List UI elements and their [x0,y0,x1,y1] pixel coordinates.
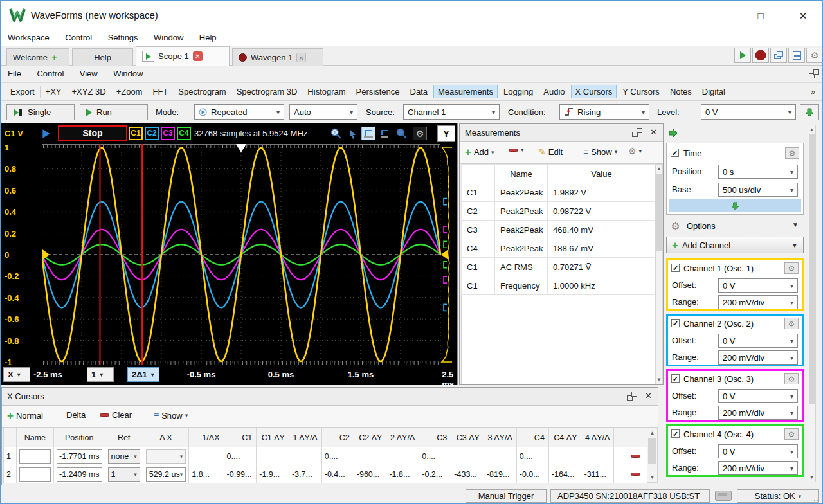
scroll-up-icon[interactable]: ▲ [808,127,815,132]
scroll-thumb[interactable] [656,174,662,251]
time-checkbox[interactable]: ✓ [671,148,679,157]
measurement-row[interactable]: C2Peak2Peak0.98722 V [462,202,656,221]
x-cursor-tool-button[interactable] [361,127,375,140]
cursor-2-position-input[interactable]: -1.2409 ms [57,467,102,482]
view-zoom[interactable]: +Zoom [112,85,147,98]
trigger-arrow-icon[interactable] [42,129,51,139]
channel-2-checkbox[interactable]: ✓ [671,319,680,327]
channel-3-checkbox[interactable]: ✓ [671,374,680,382]
view-histogram[interactable]: Histogram [303,85,350,98]
view-audio[interactable]: Audio [539,85,569,98]
view-measurements[interactable]: Measurements [433,85,498,98]
toolbar-overflow-chevron[interactable]: » [811,87,815,96]
scroll-up-icon[interactable]: ▲ [656,166,662,172]
menu-workspace[interactable]: Workspace [1,30,56,46]
cursor-2-button[interactable]: 2Δ1▼ [127,367,159,382]
device-icon[interactable] [715,491,732,501]
channel-4-options-button[interactable]: ⚙ [784,428,799,440]
view-notes[interactable]: Notes [665,85,696,98]
manual-trigger-button[interactable]: Manual Trigger [466,489,547,503]
minimize-button[interactable]: – [702,6,732,26]
view-data[interactable]: Data [406,85,432,98]
time-options-button[interactable]: ⚙ [785,147,799,159]
x-axis-button[interactable]: X▼ [3,367,30,382]
measurement-row[interactable]: C1Frequency1.0000 kHz [462,276,656,295]
channel-2-options-button[interactable]: ⚙ [784,318,799,329]
tab-scope-1[interactable]: Scope 1 ✕ [136,46,230,66]
cursor-2-dx-select[interactable]: 529.2 us▾ [146,467,186,482]
view-fft[interactable]: FFT [148,85,172,98]
time-apply-bar[interactable] [669,199,801,212]
channel-1-toggle[interactable]: C1 [129,127,143,140]
measurement-row[interactable]: C1AC RMS0.70271 Ṽ [462,258,656,276]
single-button[interactable]: Single [6,104,75,120]
channel-3-options-button[interactable]: ⚙ [784,373,799,384]
add-tab-icon[interactable]: + [51,53,57,62]
view-spectrogram[interactable]: Spectrogram [174,85,230,98]
view-xy[interactable]: +XY [41,85,66,98]
condition-select[interactable]: Rising▾ [559,104,649,120]
add-channel-button[interactable]: + Add Channel ▼ [666,237,804,253]
remove-measurement-button[interactable]: ▾ [509,147,524,153]
channel-1-range-select[interactable]: 200 mV/div▾ [718,295,798,309]
measurement-row[interactable]: C3Peak2Peak468.40 mV [462,221,656,239]
clear-cursors-button[interactable]: Clear [100,410,132,420]
close-button[interactable]: ✕ [788,6,818,26]
cursor-1-button[interactable]: 1▼ [87,367,114,382]
status-ok-button[interactable]: Status: OK ▾ [737,489,819,503]
show-cursors-button[interactable]: ≡ Show▾ [154,410,188,420]
plot-settings-button[interactable]: ⚙ [413,127,427,140]
scroll-down-icon[interactable]: ▼ [808,474,815,480]
scope-menu-control[interactable]: Control [30,66,70,82]
float-panel-icon[interactable] [632,128,642,137]
tile-windows-button[interactable] [788,48,805,63]
view-xyz3d[interactable]: +XYZ 3D [68,85,111,98]
view-x-cursors[interactable]: X Cursors [571,85,617,98]
add-normal-cursor-button[interactable]: + Normal [7,410,43,421]
cursor-1-ref-select[interactable]: none▾ [108,449,140,464]
run-button[interactable]: Run [80,104,148,120]
device-serial-box[interactable]: ADP3450 SN:210018AFF318 USB:ST [550,489,710,503]
measurement-options-button[interactable]: ⚙▾ [628,147,642,156]
float-window-icon[interactable] [809,69,819,78]
stop-all-button[interactable] [752,48,769,63]
run-all-button[interactable] [734,48,751,63]
y-axis-button[interactable]: Y [437,125,455,142]
pointer-tool-button[interactable] [346,127,360,140]
view-y-cursors[interactable]: Y Cursors [618,85,664,98]
float-panel-icon[interactable] [627,392,637,401]
menu-window[interactable]: Window [147,30,190,46]
remove-cursor-2-icon[interactable] [631,473,640,476]
sidebar-scrollbar[interactable]: ▲ ▼ [808,125,816,482]
scroll-down-icon[interactable]: ▼ [647,474,657,480]
scroll-down-icon[interactable]: ▼ [656,377,662,382]
channel-3-offset-select[interactable]: 0 V▾ [718,389,798,403]
channel-4-range-select[interactable]: 200 mV/div▾ [718,461,798,475]
apply-level-button[interactable] [800,104,819,120]
add-delta-cursor-button[interactable]: Delta [66,410,86,420]
view-export[interactable]: Export [6,85,39,98]
cursor-2-ref-select[interactable]: 1▾ [108,467,140,482]
trigger-mode-select[interactable]: Auto▾ [289,104,357,120]
stop-acquisition-button[interactable]: Stop [58,125,127,141]
add-measurement-button[interactable]: + Add▾ [465,147,494,158]
y-cursor-tool-button[interactable] [378,127,392,140]
close-wavegen-tab-icon[interactable]: ✕ [296,53,306,62]
options-row[interactable]: ⚙ Options ▼ [666,219,804,234]
scope-menu-window[interactable]: Window [107,66,149,82]
maximize-button[interactable]: □ [746,6,775,26]
tab-wavegen-1[interactable]: Wavegen 1 ✕ [232,48,323,66]
channel-2-offset-select[interactable]: 0 V▾ [718,334,798,348]
close-scope-tab-icon[interactable]: ✕ [193,51,203,61]
zoom-1x-button[interactable]: 1 [329,127,343,140]
channel-2-range-select[interactable]: 200 mV/div▾ [718,350,798,364]
cursor-1-position-input[interactable]: -1.7701 ms [57,449,102,464]
channel-1-offset-select[interactable]: 0 V▾ [718,278,798,292]
view-logging[interactable]: Logging [499,85,538,98]
scroll-thumb[interactable] [648,438,656,464]
channel-2-toggle[interactable]: C2 [145,127,159,140]
view-digital[interactable]: Digital [698,85,730,98]
channel-3-range-select[interactable]: 200 mV/div▾ [718,406,798,420]
scope-menu-file[interactable]: File [1,66,28,82]
source-select[interactable]: Channel 1▾ [403,104,500,120]
